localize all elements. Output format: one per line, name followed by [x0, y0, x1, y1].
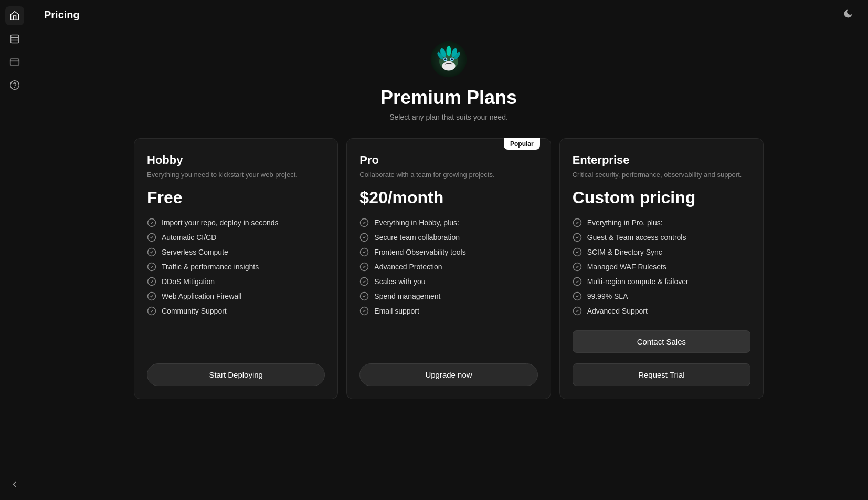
hero-section: Premium Plans Select any plan that suits…: [380, 40, 517, 121]
check-icon: [573, 277, 582, 286]
hobby-feature-5: Web Application Firewall: [147, 291, 325, 301]
svg-point-6: [14, 87, 15, 88]
check-icon: [147, 247, 156, 257]
sidebar: [0, 0, 29, 500]
enterprise-feature-5: 99.99% SLA: [573, 291, 750, 301]
svg-point-12: [444, 58, 447, 60]
svg-point-13: [451, 58, 453, 60]
pro-plan-description: Collaborate with a team for growing proj…: [359, 170, 537, 180]
pro-feature-0: Everything in Hobby, plus:: [359, 218, 537, 227]
svg-point-9: [442, 61, 455, 71]
check-icon: [573, 233, 582, 242]
enterprise-feature-6: Advanced Support: [573, 306, 750, 316]
plan-card-pro: Popular Pro Collaborate with a team for …: [346, 138, 551, 399]
main-content: Pricing: [29, 0, 868, 500]
hobby-plan-price: Free: [147, 188, 325, 207]
hobby-feature-6: Community Support: [147, 306, 325, 316]
contact-sales-button[interactable]: Contact Sales: [573, 330, 750, 353]
enterprise-button-group: Contact Sales Request Trial: [573, 330, 750, 386]
pro-feature-4: Scales with you: [359, 277, 537, 286]
sidebar-icon-back[interactable]: [5, 475, 24, 494]
enterprise-plan-name: Enterprise: [573, 153, 750, 167]
page-header: Pricing: [29, 0, 868, 30]
pro-plan-name: Pro: [359, 153, 537, 167]
check-icon: [573, 247, 582, 257]
check-icon: [147, 291, 156, 301]
check-icon: [359, 306, 369, 316]
sidebar-icon-layers[interactable]: [5, 29, 24, 48]
enterprise-plan-price: Custom pricing: [573, 188, 750, 207]
pro-feature-5: Spend management: [359, 291, 537, 301]
check-icon: [359, 262, 369, 272]
check-icon: [359, 277, 369, 286]
check-icon: [359, 247, 369, 257]
hobby-feature-3: Traffic & performance insights: [147, 262, 325, 272]
brand-logo: [430, 40, 468, 78]
hero-title: Premium Plans: [380, 87, 517, 109]
svg-rect-3: [10, 59, 19, 65]
pro-upgrade-button[interactable]: Upgrade now: [359, 363, 537, 386]
theme-toggle[interactable]: [843, 8, 853, 22]
hobby-plan-name: Hobby: [147, 153, 325, 167]
hobby-features-list: Import your repo, deploy in seconds Auto…: [147, 218, 325, 349]
plans-grid: Hobby Everything you need to kickstart y…: [134, 138, 764, 399]
hobby-feature-0: Import your repo, deploy in seconds: [147, 218, 325, 227]
enterprise-feature-0: Everything in Pro, plus:: [573, 218, 750, 227]
plan-card-hobby: Hobby Everything you need to kickstart y…: [134, 138, 338, 399]
check-icon: [147, 233, 156, 242]
enterprise-features-list: Everything in Pro, plus: Guest & Team ac…: [573, 218, 750, 316]
svg-point-5: [10, 81, 19, 90]
pro-feature-2: Frontend Observability tools: [359, 247, 537, 257]
check-icon: [359, 218, 369, 227]
enterprise-feature-4: Multi-region compute & failover: [573, 277, 750, 286]
check-icon: [147, 277, 156, 286]
hobby-feature-1: Automatic CI/CD: [147, 233, 325, 242]
hobby-plan-description: Everything you need to kickstart your we…: [147, 170, 325, 180]
plan-card-enterprise: Enterprise Critical security, performanc…: [559, 138, 764, 399]
check-icon: [573, 291, 582, 301]
pro-feature-1: Secure team collaboration: [359, 233, 537, 242]
pro-features-list: Everything in Hobby, plus: Secure team c…: [359, 218, 537, 349]
check-icon: [147, 306, 156, 316]
sidebar-icon-help[interactable]: [5, 76, 24, 95]
sidebar-icon-billing[interactable]: [5, 53, 24, 71]
check-icon: [573, 218, 582, 227]
svg-rect-0: [10, 35, 18, 43]
hobby-start-button[interactable]: Start Deploying: [147, 363, 325, 386]
hero-subtitle: Select any plan that suits your need.: [389, 113, 508, 121]
check-icon: [573, 306, 582, 316]
check-icon: [147, 262, 156, 272]
check-icon: [359, 291, 369, 301]
hobby-feature-2: Serverless Compute: [147, 247, 325, 257]
popular-badge: Popular: [504, 138, 540, 150]
pricing-container: Premium Plans Select any plan that suits…: [29, 30, 868, 500]
enterprise-feature-2: SCIM & Directory Sync: [573, 247, 750, 257]
enterprise-feature-3: Managed WAF Rulesets: [573, 262, 750, 272]
enterprise-plan-description: Critical security, performance, observab…: [573, 170, 750, 180]
pro-feature-3: Advanced Protection: [359, 262, 537, 272]
check-icon: [573, 262, 582, 272]
svg-point-15: [446, 46, 451, 56]
pro-plan-price: $20/month: [359, 188, 537, 207]
sidebar-icon-home[interactable]: [5, 6, 24, 25]
page-title: Pricing: [44, 9, 80, 21]
check-icon: [359, 233, 369, 242]
pro-feature-6: Email support: [359, 306, 537, 316]
request-trial-button[interactable]: Request Trial: [573, 363, 750, 386]
check-icon: [147, 218, 156, 227]
enterprise-feature-1: Guest & Team access controls: [573, 233, 750, 242]
hobby-feature-4: DDoS Mitigation: [147, 277, 325, 286]
